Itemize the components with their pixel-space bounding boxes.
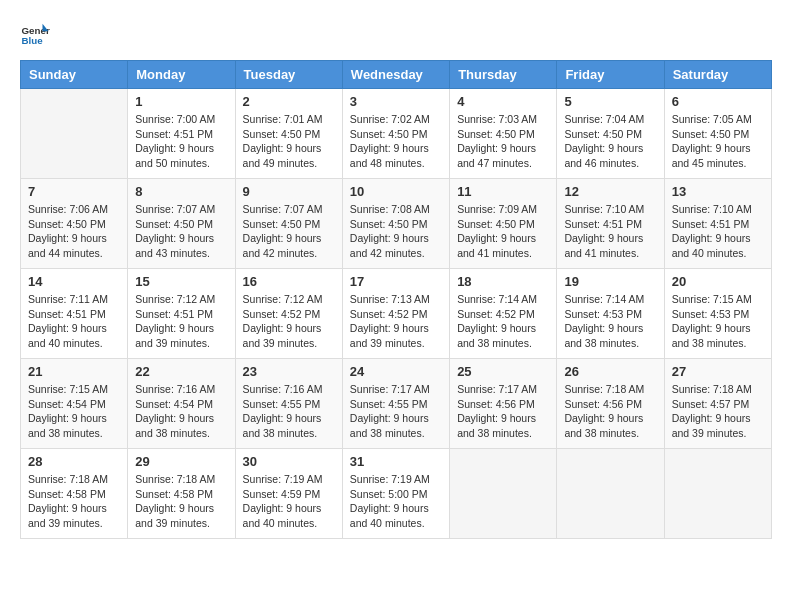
calendar-cell: 31Sunrise: 7:19 AMSunset: 5:00 PMDayligh… bbox=[342, 449, 449, 539]
calendar-cell: 1Sunrise: 7:00 AMSunset: 4:51 PMDaylight… bbox=[128, 89, 235, 179]
calendar-cell: 25Sunrise: 7:17 AMSunset: 4:56 PMDayligh… bbox=[450, 359, 557, 449]
calendar-cell: 5Sunrise: 7:04 AMSunset: 4:50 PMDaylight… bbox=[557, 89, 664, 179]
calendar-week-row: 7Sunrise: 7:06 AMSunset: 4:50 PMDaylight… bbox=[21, 179, 772, 269]
day-info: Sunrise: 7:03 AMSunset: 4:50 PMDaylight:… bbox=[457, 112, 549, 171]
day-number: 12 bbox=[564, 184, 656, 199]
day-info: Sunrise: 7:18 AMSunset: 4:57 PMDaylight:… bbox=[672, 382, 764, 441]
day-number: 28 bbox=[28, 454, 120, 469]
calendar-cell: 27Sunrise: 7:18 AMSunset: 4:57 PMDayligh… bbox=[664, 359, 771, 449]
calendar-cell: 11Sunrise: 7:09 AMSunset: 4:50 PMDayligh… bbox=[450, 179, 557, 269]
day-number: 8 bbox=[135, 184, 227, 199]
calendar-cell: 9Sunrise: 7:07 AMSunset: 4:50 PMDaylight… bbox=[235, 179, 342, 269]
day-number: 20 bbox=[672, 274, 764, 289]
calendar-cell: 13Sunrise: 7:10 AMSunset: 4:51 PMDayligh… bbox=[664, 179, 771, 269]
day-number: 27 bbox=[672, 364, 764, 379]
day-number: 14 bbox=[28, 274, 120, 289]
calendar-week-row: 1Sunrise: 7:00 AMSunset: 4:51 PMDaylight… bbox=[21, 89, 772, 179]
calendar-week-row: 14Sunrise: 7:11 AMSunset: 4:51 PMDayligh… bbox=[21, 269, 772, 359]
day-number: 5 bbox=[564, 94, 656, 109]
day-info: Sunrise: 7:09 AMSunset: 4:50 PMDaylight:… bbox=[457, 202, 549, 261]
calendar-day-header: Wednesday bbox=[342, 61, 449, 89]
calendar-cell: 28Sunrise: 7:18 AMSunset: 4:58 PMDayligh… bbox=[21, 449, 128, 539]
day-number: 31 bbox=[350, 454, 442, 469]
calendar-day-header: Monday bbox=[128, 61, 235, 89]
day-number: 9 bbox=[243, 184, 335, 199]
day-number: 30 bbox=[243, 454, 335, 469]
day-info: Sunrise: 7:18 AMSunset: 4:58 PMDaylight:… bbox=[135, 472, 227, 531]
calendar-cell: 20Sunrise: 7:15 AMSunset: 4:53 PMDayligh… bbox=[664, 269, 771, 359]
day-number: 13 bbox=[672, 184, 764, 199]
day-number: 16 bbox=[243, 274, 335, 289]
calendar-cell: 6Sunrise: 7:05 AMSunset: 4:50 PMDaylight… bbox=[664, 89, 771, 179]
day-number: 10 bbox=[350, 184, 442, 199]
calendar-day-header: Thursday bbox=[450, 61, 557, 89]
day-number: 24 bbox=[350, 364, 442, 379]
calendar-cell bbox=[664, 449, 771, 539]
day-info: Sunrise: 7:14 AMSunset: 4:53 PMDaylight:… bbox=[564, 292, 656, 351]
calendar-header-row: SundayMondayTuesdayWednesdayThursdayFrid… bbox=[21, 61, 772, 89]
day-number: 19 bbox=[564, 274, 656, 289]
calendar-cell: 4Sunrise: 7:03 AMSunset: 4:50 PMDaylight… bbox=[450, 89, 557, 179]
day-number: 25 bbox=[457, 364, 549, 379]
day-info: Sunrise: 7:10 AMSunset: 4:51 PMDaylight:… bbox=[564, 202, 656, 261]
calendar-cell: 26Sunrise: 7:18 AMSunset: 4:56 PMDayligh… bbox=[557, 359, 664, 449]
day-info: Sunrise: 7:12 AMSunset: 4:51 PMDaylight:… bbox=[135, 292, 227, 351]
calendar-cell: 10Sunrise: 7:08 AMSunset: 4:50 PMDayligh… bbox=[342, 179, 449, 269]
day-number: 21 bbox=[28, 364, 120, 379]
calendar-cell: 17Sunrise: 7:13 AMSunset: 4:52 PMDayligh… bbox=[342, 269, 449, 359]
day-number: 23 bbox=[243, 364, 335, 379]
day-number: 15 bbox=[135, 274, 227, 289]
day-number: 7 bbox=[28, 184, 120, 199]
calendar-cell: 2Sunrise: 7:01 AMSunset: 4:50 PMDaylight… bbox=[235, 89, 342, 179]
day-info: Sunrise: 7:13 AMSunset: 4:52 PMDaylight:… bbox=[350, 292, 442, 351]
calendar-cell: 21Sunrise: 7:15 AMSunset: 4:54 PMDayligh… bbox=[21, 359, 128, 449]
calendar-week-row: 28Sunrise: 7:18 AMSunset: 4:58 PMDayligh… bbox=[21, 449, 772, 539]
day-info: Sunrise: 7:02 AMSunset: 4:50 PMDaylight:… bbox=[350, 112, 442, 171]
calendar-cell: 14Sunrise: 7:11 AMSunset: 4:51 PMDayligh… bbox=[21, 269, 128, 359]
calendar-cell: 22Sunrise: 7:16 AMSunset: 4:54 PMDayligh… bbox=[128, 359, 235, 449]
day-info: Sunrise: 7:01 AMSunset: 4:50 PMDaylight:… bbox=[243, 112, 335, 171]
calendar-cell: 18Sunrise: 7:14 AMSunset: 4:52 PMDayligh… bbox=[450, 269, 557, 359]
day-info: Sunrise: 7:08 AMSunset: 4:50 PMDaylight:… bbox=[350, 202, 442, 261]
calendar-cell: 15Sunrise: 7:12 AMSunset: 4:51 PMDayligh… bbox=[128, 269, 235, 359]
day-number: 4 bbox=[457, 94, 549, 109]
calendar-cell: 29Sunrise: 7:18 AMSunset: 4:58 PMDayligh… bbox=[128, 449, 235, 539]
day-number: 18 bbox=[457, 274, 549, 289]
day-number: 11 bbox=[457, 184, 549, 199]
calendar-cell: 8Sunrise: 7:07 AMSunset: 4:50 PMDaylight… bbox=[128, 179, 235, 269]
day-number: 2 bbox=[243, 94, 335, 109]
day-info: Sunrise: 7:17 AMSunset: 4:55 PMDaylight:… bbox=[350, 382, 442, 441]
calendar-cell: 7Sunrise: 7:06 AMSunset: 4:50 PMDaylight… bbox=[21, 179, 128, 269]
calendar-cell bbox=[21, 89, 128, 179]
logo: General Blue bbox=[20, 20, 50, 50]
day-info: Sunrise: 7:04 AMSunset: 4:50 PMDaylight:… bbox=[564, 112, 656, 171]
day-info: Sunrise: 7:15 AMSunset: 4:54 PMDaylight:… bbox=[28, 382, 120, 441]
day-info: Sunrise: 7:16 AMSunset: 4:55 PMDaylight:… bbox=[243, 382, 335, 441]
day-info: Sunrise: 7:07 AMSunset: 4:50 PMDaylight:… bbox=[135, 202, 227, 261]
day-info: Sunrise: 7:15 AMSunset: 4:53 PMDaylight:… bbox=[672, 292, 764, 351]
calendar-week-row: 21Sunrise: 7:15 AMSunset: 4:54 PMDayligh… bbox=[21, 359, 772, 449]
calendar-table: SundayMondayTuesdayWednesdayThursdayFrid… bbox=[20, 60, 772, 539]
page-header: General Blue bbox=[20, 20, 772, 50]
day-info: Sunrise: 7:18 AMSunset: 4:58 PMDaylight:… bbox=[28, 472, 120, 531]
calendar-cell: 24Sunrise: 7:17 AMSunset: 4:55 PMDayligh… bbox=[342, 359, 449, 449]
day-info: Sunrise: 7:19 AMSunset: 5:00 PMDaylight:… bbox=[350, 472, 442, 531]
day-info: Sunrise: 7:16 AMSunset: 4:54 PMDaylight:… bbox=[135, 382, 227, 441]
day-info: Sunrise: 7:10 AMSunset: 4:51 PMDaylight:… bbox=[672, 202, 764, 261]
calendar-day-header: Sunday bbox=[21, 61, 128, 89]
calendar-cell: 16Sunrise: 7:12 AMSunset: 4:52 PMDayligh… bbox=[235, 269, 342, 359]
day-number: 22 bbox=[135, 364, 227, 379]
day-info: Sunrise: 7:00 AMSunset: 4:51 PMDaylight:… bbox=[135, 112, 227, 171]
day-number: 26 bbox=[564, 364, 656, 379]
svg-text:Blue: Blue bbox=[22, 35, 44, 46]
day-number: 29 bbox=[135, 454, 227, 469]
day-info: Sunrise: 7:05 AMSunset: 4:50 PMDaylight:… bbox=[672, 112, 764, 171]
day-info: Sunrise: 7:06 AMSunset: 4:50 PMDaylight:… bbox=[28, 202, 120, 261]
day-info: Sunrise: 7:12 AMSunset: 4:52 PMDaylight:… bbox=[243, 292, 335, 351]
calendar-cell: 12Sunrise: 7:10 AMSunset: 4:51 PMDayligh… bbox=[557, 179, 664, 269]
day-info: Sunrise: 7:11 AMSunset: 4:51 PMDaylight:… bbox=[28, 292, 120, 351]
calendar-cell: 23Sunrise: 7:16 AMSunset: 4:55 PMDayligh… bbox=[235, 359, 342, 449]
day-info: Sunrise: 7:18 AMSunset: 4:56 PMDaylight:… bbox=[564, 382, 656, 441]
calendar-cell: 19Sunrise: 7:14 AMSunset: 4:53 PMDayligh… bbox=[557, 269, 664, 359]
calendar-day-header: Saturday bbox=[664, 61, 771, 89]
